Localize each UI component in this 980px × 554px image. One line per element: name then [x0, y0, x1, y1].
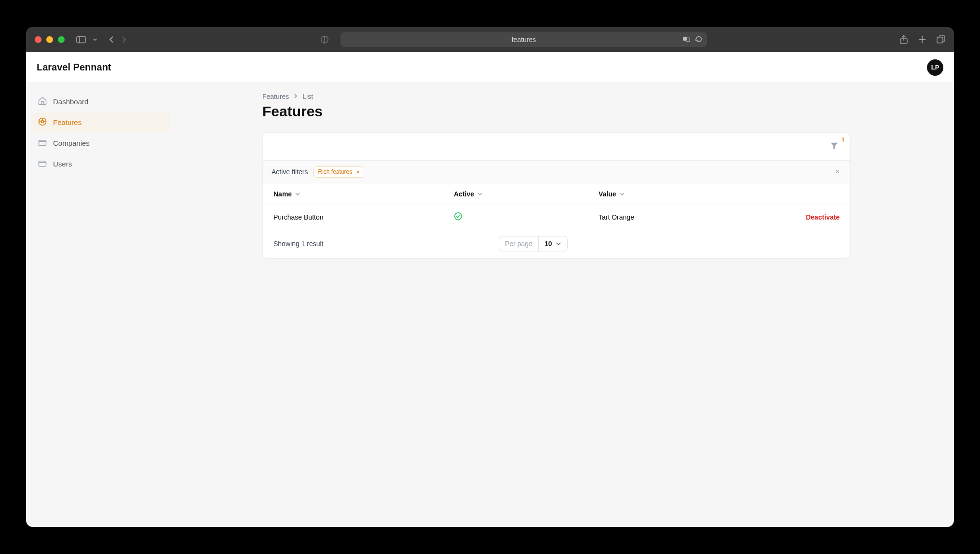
breadcrumb-root[interactable]: Features [262, 93, 289, 100]
back-button[interactable] [108, 36, 115, 43]
active-filters-bar: Active filters Rich features × × [263, 161, 850, 183]
filter-button[interactable]: 1 [827, 138, 842, 155]
url-text: features [512, 36, 536, 43]
column-label: Active [454, 190, 474, 198]
brand-title: Laravel Pennant [37, 62, 111, 73]
cell-value: Tart Orange [599, 213, 743, 221]
chrome-right-controls [900, 35, 945, 44]
app-body: Dashboard Features Companies [26, 83, 954, 527]
chevron-right-icon [293, 93, 299, 100]
browser-chrome: features [26, 27, 954, 52]
column-header-name[interactable]: Name [273, 190, 454, 198]
features-card: 1 Active filters Rich features × × N [262, 132, 851, 259]
app-header: Laravel Pennant LP [26, 52, 954, 83]
reload-icon[interactable] [695, 36, 702, 44]
sidebar-toggle-icon[interactable] [76, 36, 86, 43]
sidebar-item-companies[interactable]: Companies [32, 133, 170, 153]
close-icon: × [356, 168, 360, 176]
card-toolbar: 1 [263, 133, 850, 161]
window-controls [35, 36, 65, 43]
page-title: Features [262, 103, 937, 120]
main-content: Features List Features 1 Ac [176, 83, 954, 527]
filter-chip-label: Rich features [318, 168, 352, 175]
forward-button[interactable] [121, 36, 127, 43]
column-label: Value [599, 190, 616, 198]
box-icon [38, 158, 47, 169]
check-circle-icon [454, 214, 463, 222]
minimize-window-button[interactable] [46, 36, 53, 43]
sidebar-item-label: Users [53, 160, 72, 168]
nav-arrows [108, 36, 127, 43]
sidebar-item-label: Companies [53, 139, 90, 147]
column-header-active[interactable]: Active [454, 190, 599, 198]
column-label: Name [273, 190, 292, 198]
new-tab-icon[interactable] [918, 36, 926, 43]
per-page-selector: Per page 10 [499, 236, 568, 251]
breadcrumb-leaf[interactable]: List [302, 93, 313, 100]
result-count: Showing 1 result [273, 240, 324, 248]
chevron-down-icon [556, 241, 561, 247]
sidebar-item-users[interactable]: Users [32, 154, 170, 174]
box-icon [38, 138, 47, 149]
close-window-button[interactable] [35, 36, 41, 43]
cell-name[interactable]: Purchase Button [273, 213, 454, 221]
cell-active [454, 212, 599, 222]
table-row: Purchase Button Tart Orange Deactivate [263, 205, 850, 229]
table-header: Name Active Value [263, 183, 850, 205]
sidebar-item-label: Features [53, 118, 82, 126]
active-filters-label: Active filters [272, 168, 308, 176]
sidebar-item-label: Dashboard [53, 97, 88, 106]
home-icon [38, 96, 47, 107]
clear-filters-button[interactable]: × [833, 166, 842, 178]
deactivate-button[interactable]: Deactivate [743, 213, 840, 221]
breadcrumb: Features List [262, 93, 937, 100]
per-page-number: 10 [544, 240, 552, 248]
sidebar: Dashboard Features Companies [26, 83, 176, 527]
share-icon[interactable] [900, 35, 908, 44]
column-header-value[interactable]: Value [599, 190, 743, 198]
filter-chip-rich-features[interactable]: Rich features × [313, 166, 364, 178]
per-page-value[interactable]: 10 [539, 236, 568, 251]
address-section: features [151, 32, 876, 47]
svg-point-13 [455, 213, 462, 220]
browser-window: features [26, 27, 954, 527]
privacy-shield-icon[interactable] [320, 35, 329, 44]
svg-rect-12 [39, 161, 46, 166]
chevron-down-icon[interactable] [93, 37, 97, 42]
sidebar-item-features[interactable]: Features [32, 112, 170, 132]
avatar[interactable]: LP [927, 59, 943, 76]
svg-point-10 [41, 121, 44, 123]
table-footer: Showing 1 result Per page 10 [263, 229, 850, 258]
tabs-overview-icon[interactable] [937, 35, 945, 44]
steering-icon [38, 117, 47, 128]
app-viewport: Laravel Pennant LP Dashboard Features [26, 52, 954, 527]
filter-count-badge: 1 [842, 137, 844, 142]
maximize-window-button[interactable] [58, 36, 65, 43]
svg-rect-11 [39, 140, 46, 146]
per-page-label: Per page [499, 236, 539, 251]
translate-icon[interactable] [683, 36, 691, 44]
url-bar[interactable]: features [340, 32, 707, 47]
svg-rect-0 [77, 36, 85, 42]
svg-rect-8 [937, 37, 943, 43]
sidebar-item-dashboard[interactable]: Dashboard [32, 92, 170, 111]
